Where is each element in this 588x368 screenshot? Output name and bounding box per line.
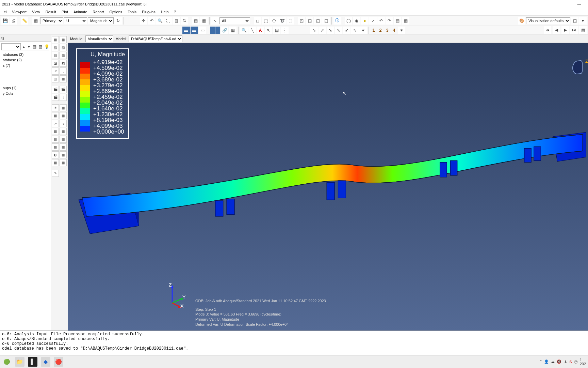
xyz1-icon[interactable]: ⤡ (310, 27, 318, 34)
shaded-plot-icon[interactable]: ▬ (182, 27, 190, 34)
tree-up-icon[interactable]: ▴ (22, 44, 26, 49)
fit-icon[interactable]: ⛶ (164, 17, 172, 25)
measure-icon[interactable]: 📏 (21, 17, 28, 25)
list-icon[interactable]: ▤ (394, 17, 401, 25)
cube-icon[interactable]: ◳ (571, 17, 578, 25)
prev-frame-button[interactable]: ◀ (553, 26, 560, 34)
poly-select-icon[interactable]: ⬠ (270, 17, 278, 25)
taskbar-app-icon[interactable]: 🔴 (54, 357, 63, 367)
palette-button[interactable]: ▦ (60, 112, 67, 119)
tray-volume-icon[interactable]: 🔇 (557, 359, 561, 364)
view-cube[interactable]: Z (572, 61, 586, 88)
sort-icon[interactable]: ⇅ (181, 17, 188, 25)
palette-button[interactable]: ◪ (52, 60, 59, 67)
taskbar-start-icon[interactable]: 🟢 (2, 357, 12, 367)
shaded-plot2-icon[interactable]: ▬ (191, 27, 198, 34)
bar1-icon[interactable] (210, 27, 215, 34)
menu-report[interactable]: Report (90, 9, 106, 15)
iso2-icon[interactable]: ◲ (306, 17, 313, 25)
viewport[interactable]: U, Magnitude +4.919e-02+4.509e-02+4.099e… (68, 43, 588, 331)
palette-button[interactable]: ▦ (60, 128, 67, 135)
undo2-icon[interactable]: ↶ (377, 17, 385, 25)
link-icon[interactable]: 🔗 (221, 27, 228, 34)
print-icon[interactable]: 🖨 (10, 17, 17, 25)
select-mesh-icon[interactable]: ▤ (192, 17, 199, 25)
taskbar-explorer-icon[interactable]: 📁 (15, 357, 24, 367)
annotation-icon[interactable]: A (257, 27, 264, 34)
palette-button[interactable]: ▦ (60, 136, 67, 143)
menu-plot[interactable]: Plot (59, 9, 70, 15)
palette-button[interactable]: ◐ (52, 151, 59, 158)
wire-plot-icon[interactable]: ▭ (199, 27, 206, 34)
tray-up-icon[interactable]: ˄ (540, 359, 542, 364)
tree-node[interactable]: y Cuts (1, 91, 49, 96)
palette-icon[interactable]: 🎨 (518, 17, 525, 25)
star-icon[interactable]: ✶ (398, 27, 405, 34)
xyz2-icon[interactable]: ⤢ (318, 27, 326, 34)
box3d-icon[interactable]: ⬚ (287, 17, 294, 25)
cursor2-icon[interactable]: ↖ (265, 27, 272, 34)
menu-viewport[interactable]: Viewport (10, 9, 29, 15)
palette-button[interactable]: ▦ (60, 143, 67, 151)
view3-button[interactable]: 3 (384, 27, 390, 34)
tray-ime-icon[interactable]: S (569, 360, 572, 364)
tree-node[interactable]: atabases (3) (1, 52, 49, 57)
tree-node[interactable]: atabase (2) (1, 57, 49, 63)
path-icon[interactable]: ╲ (248, 27, 256, 34)
palette-button[interactable]: ▦ (52, 136, 59, 143)
tree-node[interactable]: s (7) (1, 63, 49, 68)
iso3-icon[interactable]: ◱ (314, 17, 322, 25)
layout-icon[interactable]: ▥ (173, 17, 180, 25)
circle-select-icon[interactable]: ◯ (262, 17, 270, 25)
palette-button[interactable]: ⋮ (60, 67, 67, 75)
info-icon[interactable]: ⓘ (333, 17, 341, 25)
model-select[interactable]: D:/ABAQUSTemp/Job-6.odb (129, 35, 182, 42)
minimize-button[interactable]: — (572, 2, 586, 6)
menu-options[interactable]: Options (107, 9, 125, 15)
lasso-select-icon[interactable]: ➰ (278, 17, 286, 25)
plus-icon[interactable]: ✢ (140, 17, 147, 25)
taskbar-abaqus-icon[interactable]: ◆ (41, 357, 50, 367)
view2-button[interactable]: 2 (377, 27, 383, 34)
zoom-icon[interactable]: 🔍 (156, 17, 164, 25)
menu-tools[interactable]: Tools (125, 9, 139, 15)
tree-node[interactable]: oups (1) (1, 85, 49, 91)
palette-button[interactable]: ▦ (52, 128, 59, 135)
xyz3-icon[interactable]: ⤡ (327, 27, 334, 34)
tree-tab[interactable]: ts (0, 35, 51, 42)
menu-view[interactable]: View (30, 9, 43, 15)
palette-button[interactable]: ◩ (60, 60, 67, 67)
system-tray[interactable]: ˄ 👤 ☁ 🔇 🖧 S ㊥ 1202 (540, 358, 586, 366)
palette-button[interactable]: ▦ (60, 75, 67, 82)
options-icon[interactable]: ⋮ (281, 27, 289, 34)
palette-button[interactable]: ◫ (52, 75, 59, 82)
chevron-down-icon[interactable]: ▾ (579, 17, 587, 25)
variable-select[interactable]: U (64, 17, 87, 24)
variable-type-select[interactable]: Primary (40, 17, 63, 24)
bar2-icon[interactable] (215, 27, 220, 34)
palette-button[interactable]: 🎬 (52, 86, 59, 93)
menu-plugins[interactable]: Plug-ins (140, 9, 158, 15)
circ1-icon[interactable]: ◯ (345, 17, 352, 25)
palette-button[interactable]: ⋮ (60, 94, 67, 101)
menu-help[interactable]: Help (159, 9, 171, 15)
palette-button[interactable]: ▦ (52, 159, 59, 166)
undo-icon[interactable]: ↶ (148, 17, 156, 25)
tray-clock[interactable]: 1202 (580, 358, 586, 366)
iso1-icon[interactable]: ◳ (298, 17, 305, 25)
edit-arrow-icon[interactable]: ↗ (369, 17, 377, 25)
palette-button[interactable]: ↘ (60, 120, 67, 127)
grid-icon[interactable]: ▦ (229, 27, 236, 34)
xyz7-icon[interactable]: ✶ (359, 27, 367, 34)
palette-button[interactable]: ▦ (60, 36, 67, 43)
menu-animate[interactable]: Animate (71, 9, 89, 15)
first-frame-button[interactable]: ⏮ (544, 26, 551, 34)
view4-button[interactable]: 4 (391, 27, 397, 34)
palette-button[interactable]: ▦ (60, 159, 67, 166)
palette-button[interactable]: ▦ (60, 151, 67, 158)
palette-button[interactable]: ↗ (52, 67, 59, 75)
visualization-context-select[interactable]: Visualization defaults (526, 17, 570, 24)
palette-button[interactable]: ▦ (52, 36, 59, 43)
menu-result[interactable]: Result (43, 9, 59, 15)
menu-file[interactable]: el (1, 9, 9, 15)
